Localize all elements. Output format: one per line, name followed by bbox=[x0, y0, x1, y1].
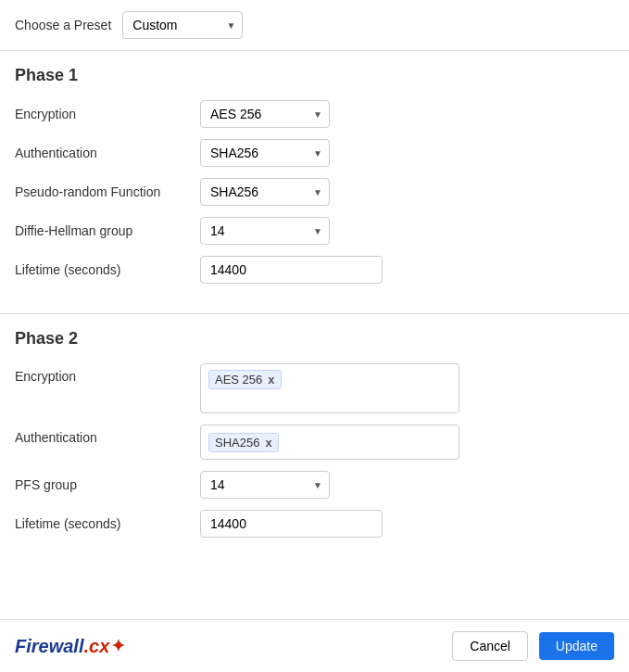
bottom-bar: Firewall.cx ✦ Cancel Update bbox=[0, 619, 629, 672]
phase2-lifetime-input[interactable] bbox=[200, 510, 383, 538]
phase1-encryption-select-wrapper[interactable]: AES 128 AES 256 3DES DES bbox=[200, 100, 330, 128]
preset-bar: Choose a Preset Custom Default High Secu… bbox=[0, 0, 629, 51]
phase1-lifetime-row: Lifetime (seconds) bbox=[15, 256, 614, 284]
phase1-dh-row: Diffie-Hellman group 1 2 5 14 19 20 21 bbox=[15, 217, 614, 245]
phase2-auth-label: Authentication bbox=[15, 425, 200, 445]
phase1-prf-label: Pseudo-random Function bbox=[15, 184, 200, 199]
cancel-button[interactable]: Cancel bbox=[452, 631, 528, 661]
phase2-encryption-tag-remove[interactable]: x bbox=[268, 373, 274, 387]
phase2-encryption-tag: AES 256 x bbox=[208, 370, 282, 389]
phase2-encryption-tag-text: AES 256 bbox=[215, 373, 262, 387]
phase2-auth-tag-remove[interactable]: x bbox=[265, 436, 271, 450]
phase2-auth-tag-text: SHA256 bbox=[215, 436, 259, 450]
preset-select-wrapper[interactable]: Custom Default High Security bbox=[122, 11, 243, 39]
phase2-section: Phase 2 Encryption AES 256 x Authenticat… bbox=[0, 314, 629, 624]
phase2-pfs-row: PFS group 1 2 5 14 19 20 21 bbox=[15, 471, 614, 499]
phase1-dh-select-wrapper[interactable]: 1 2 5 14 19 20 21 bbox=[200, 217, 330, 245]
phase1-encryption-row: Encryption AES 128 AES 256 3DES DES bbox=[15, 100, 614, 128]
phase2-pfs-select[interactable]: 1 2 5 14 19 20 21 bbox=[200, 471, 330, 499]
action-buttons: Cancel Update bbox=[452, 631, 614, 661]
phase2-pfs-label: PFS group bbox=[15, 477, 200, 492]
phase1-dh-label: Diffie-Hellman group bbox=[15, 223, 200, 238]
phase2-title: Phase 2 bbox=[15, 329, 614, 349]
preset-select[interactable]: Custom Default High Security bbox=[122, 11, 243, 39]
phase2-pfs-select-wrapper[interactable]: 1 2 5 14 19 20 21 bbox=[200, 471, 330, 499]
phase2-auth-tag: SHA256 x bbox=[208, 433, 279, 452]
phase1-title: Phase 1 bbox=[15, 66, 614, 85]
phase1-auth-label: Authentication bbox=[15, 146, 200, 160]
phase1-auth-select[interactable]: MD5 SHA1 SHA256 SHA384 SHA512 bbox=[200, 139, 330, 167]
logo-icon: ✦ bbox=[111, 636, 125, 656]
phase1-lifetime-label: Lifetime (seconds) bbox=[15, 262, 200, 277]
logo-dot: .cx bbox=[83, 636, 109, 657]
phase1-prf-select-wrapper[interactable]: MD5 SHA1 SHA256 SHA384 SHA512 bbox=[200, 178, 330, 206]
phase1-lifetime-input[interactable] bbox=[200, 256, 383, 284]
phase2-encryption-tag-field[interactable]: AES 256 x bbox=[200, 363, 459, 413]
logo: Firewall.cx ✦ bbox=[15, 636, 125, 657]
phase1-auth-select-wrapper[interactable]: MD5 SHA1 SHA256 SHA384 SHA512 bbox=[200, 139, 330, 167]
phase2-lifetime-row: Lifetime (seconds) bbox=[15, 510, 614, 538]
phase2-auth-tag-field[interactable]: SHA256 x bbox=[200, 425, 459, 460]
logo-text: Firewall bbox=[15, 636, 83, 657]
phase1-encryption-label: Encryption bbox=[15, 107, 200, 121]
phase2-encryption-label: Encryption bbox=[15, 363, 200, 384]
phase1-auth-row: Authentication MD5 SHA1 SHA256 SHA384 SH… bbox=[15, 139, 614, 167]
phase1-prf-select[interactable]: MD5 SHA1 SHA256 SHA384 SHA512 bbox=[200, 178, 330, 206]
phase2-lifetime-label: Lifetime (seconds) bbox=[15, 516, 200, 531]
update-button[interactable]: Update bbox=[539, 632, 614, 660]
preset-label: Choose a Preset bbox=[15, 18, 111, 32]
phase2-auth-row: Authentication SHA256 x bbox=[15, 425, 614, 460]
phase1-encryption-select[interactable]: AES 128 AES 256 3DES DES bbox=[200, 100, 330, 128]
phase1-prf-row: Pseudo-random Function MD5 SHA1 SHA256 S… bbox=[15, 178, 614, 206]
phase1-section: Phase 1 Encryption AES 128 AES 256 3DES … bbox=[0, 51, 629, 314]
phase1-dh-select[interactable]: 1 2 5 14 19 20 21 bbox=[200, 217, 330, 245]
phase2-encryption-row: Encryption AES 256 x bbox=[15, 363, 614, 413]
